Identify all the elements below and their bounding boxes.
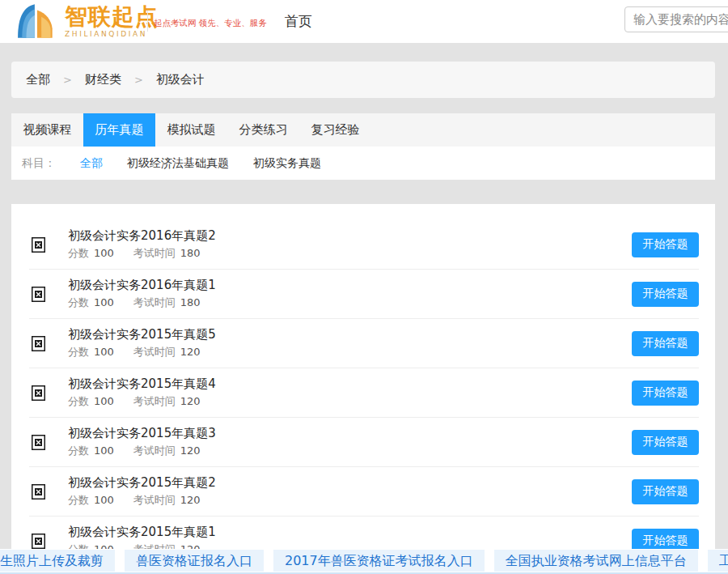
- broken-image-icon: [32, 237, 45, 253]
- exam-title: 初级会计实务2015年真题3: [68, 426, 216, 441]
- subject-filter-option[interactable]: 初级实务真题: [253, 156, 321, 171]
- start-answer-button[interactable]: 开始答题: [632, 430, 699, 455]
- footer-link[interactable]: 生照片上传及裁剪: [0, 550, 115, 572]
- start-answer-button[interactable]: 开始答题: [632, 232, 699, 257]
- time-value: 120: [180, 395, 201, 407]
- footer-link[interactable]: 兽医资格证报名入口: [125, 550, 264, 572]
- score-label: 分数: [68, 444, 89, 458]
- footer-links-bar: 生照片上传及裁剪兽医资格证报名入口2017年兽医资格证考试报名入口全国执业资格考…: [0, 549, 728, 574]
- broken-image-icon: [32, 287, 45, 302]
- footer-link[interactable]: 全国执业资格考试网上信息平台: [494, 550, 698, 572]
- score-value: 100: [94, 444, 114, 457]
- start-answer-button[interactable]: 开始答题: [632, 479, 699, 504]
- broken-image-icon: [32, 435, 45, 450]
- subject-filter-row: 科目： 全部初级经济法基础真题初级实务真题: [11, 147, 715, 180]
- breadcrumb-item[interactable]: 初级会计: [156, 72, 205, 87]
- score-value: 100: [94, 395, 114, 407]
- exam-row: 初级会计实务2015年真题3 分数 100 考试时间 120 开始答题: [29, 418, 699, 467]
- nav-home-link[interactable]: 首页: [285, 12, 312, 31]
- tab-item[interactable]: 历年真题: [83, 113, 155, 147]
- score-label: 分数: [68, 296, 89, 310]
- score-value: 100: [94, 346, 114, 358]
- exam-row: 初级会计实务2015年真题5 分数 100 考试时间 120 开始答题: [29, 319, 699, 368]
- score-label: 分数: [68, 246, 89, 261]
- tab-bar: 视频课程历年真题模拟试题分类练习复习经验: [11, 113, 715, 147]
- logo-divider: [147, 11, 148, 32]
- breadcrumb-item[interactable]: 全部: [26, 72, 50, 87]
- start-answer-button[interactable]: 开始答题: [632, 331, 699, 356]
- time-value: 120: [180, 444, 201, 457]
- category-panel: 视频课程历年真题模拟试题分类练习复习经验 科目： 全部初级经济法基础真题初级实务…: [11, 113, 715, 180]
- subject-filter-option[interactable]: 初级经济法基础真题: [127, 156, 229, 171]
- exam-title: 初级会计实务2016年真题1: [68, 278, 216, 293]
- exam-row-texts: 初级会计实务2015年真题5 分数 100 考试时间 120: [68, 327, 216, 359]
- exam-meta: 分数 100 考试时间 180: [68, 246, 216, 261]
- time-label: 考试时间: [133, 296, 176, 310]
- exam-list: 初级会计实务2016年真题2 分数 100 考试时间 180 开始答题 初级会计…: [11, 204, 715, 574]
- score-value: 100: [94, 494, 114, 506]
- footer-link[interactable]: 工作: [708, 550, 728, 572]
- start-answer-button[interactable]: 开始答题: [632, 381, 699, 406]
- exam-row: 初级会计实务2016年真题1 分数 100 考试时间 180 开始答题: [29, 270, 699, 319]
- broken-image-icon: [32, 336, 45, 351]
- breadcrumb-separator: >: [134, 74, 143, 86]
- score-label: 分数: [68, 345, 89, 359]
- footer-link[interactable]: 2017年兽医资格证考试报名入口: [273, 550, 485, 572]
- broken-image-icon: [32, 484, 45, 500]
- exam-title: 初级会计实务2015年真题4: [68, 376, 216, 392]
- subject-filter-option[interactable]: 全部: [80, 156, 103, 171]
- exam-row: 初级会计实务2015年真题4 分数 100 考试时间 120 开始答题: [29, 368, 699, 418]
- score-value: 100: [94, 247, 114, 259]
- time-label: 考试时间: [133, 444, 176, 458]
- time-value: 180: [180, 296, 201, 308]
- exam-meta: 分数 100 考试时间 120: [68, 493, 216, 508]
- search-input[interactable]: [624, 6, 728, 32]
- time-value: 120: [180, 494, 201, 506]
- broken-image-icon: [32, 385, 45, 401]
- broken-image-icon: [32, 534, 45, 549]
- exam-row-texts: 初级会计实务2016年真题1 分数 100 考试时间 180: [68, 278, 216, 310]
- score-label: 分数: [68, 394, 89, 409]
- score-label: 分数: [68, 493, 89, 508]
- exam-title: 初级会计实务2015年真题5: [68, 327, 216, 342]
- exam-row-texts: 初级会计实务2015年真题2 分数 100 考试时间 120: [68, 475, 216, 508]
- exam-title: 初级会计实务2015年真题1: [68, 525, 216, 540]
- exam-row-texts: 初级会计实务2015年真题3 分数 100 考试时间 120: [68, 426, 216, 458]
- exam-meta: 分数 100 考试时间 120: [68, 394, 216, 409]
- tab-item[interactable]: 视频课程: [11, 113, 83, 147]
- site-logo[interactable]: 智联起点 ZHILIANQIDIAN: [16, 3, 159, 39]
- subject-filter-label: 科目：: [22, 156, 56, 171]
- top-header: 智联起点 ZHILIANQIDIAN 起点考试网 领先、专业、服务 首页: [0, 0, 728, 43]
- start-answer-button[interactable]: 开始答题: [632, 282, 699, 307]
- exam-row: 初级会计实务2015年真题2 分数 100 考试时间 120 开始答题: [29, 467, 699, 517]
- exam-row-texts: 初级会计实务2016年真题2 分数 100 考试时间 180: [68, 228, 216, 261]
- tab-item[interactable]: 模拟试题: [155, 113, 227, 147]
- time-value: 180: [180, 247, 201, 259]
- exam-meta: 分数 100 考试时间 120: [68, 345, 216, 359]
- breadcrumb-segment: > 财经类: [50, 72, 121, 87]
- breadcrumb-separator: >: [63, 74, 72, 86]
- breadcrumb-segment: > 初级会计: [121, 72, 205, 87]
- logo-subtitle: ZHILIANQIDIAN: [65, 30, 159, 38]
- exam-meta: 分数 100 考试时间 180: [68, 296, 216, 310]
- time-label: 考试时间: [133, 246, 176, 261]
- logo-title: 智联起点: [65, 5, 159, 29]
- time-label: 考试时间: [133, 345, 176, 359]
- site-tagline: 起点考试网 领先、专业、服务: [154, 18, 267, 29]
- breadcrumb-item[interactable]: 财经类: [85, 72, 121, 87]
- score-value: 100: [94, 296, 114, 308]
- time-label: 考试时间: [133, 493, 176, 508]
- logo-text-block: 智联起点 ZHILIANQIDIAN: [65, 3, 159, 38]
- exam-title: 初级会计实务2016年真题2: [68, 228, 216, 244]
- tab-item[interactable]: 复习经验: [299, 113, 371, 147]
- breadcrumb: 全部 > 财经类 > 初级会计: [11, 62, 715, 98]
- exam-row-texts: 初级会计实务2015年真题4 分数 100 考试时间 120: [68, 376, 216, 409]
- time-label: 考试时间: [133, 394, 176, 409]
- logo-book-icon: [16, 3, 60, 39]
- tab-item[interactable]: 分类练习: [227, 113, 299, 147]
- exam-row: 初级会计实务2016年真题2 分数 100 考试时间 180 开始答题: [29, 220, 699, 270]
- exam-meta: 分数 100 考试时间 120: [68, 444, 216, 458]
- time-value: 120: [180, 346, 201, 358]
- exam-title: 初级会计实务2015年真题2: [68, 475, 216, 491]
- breadcrumb-segment: 全部: [26, 72, 50, 87]
